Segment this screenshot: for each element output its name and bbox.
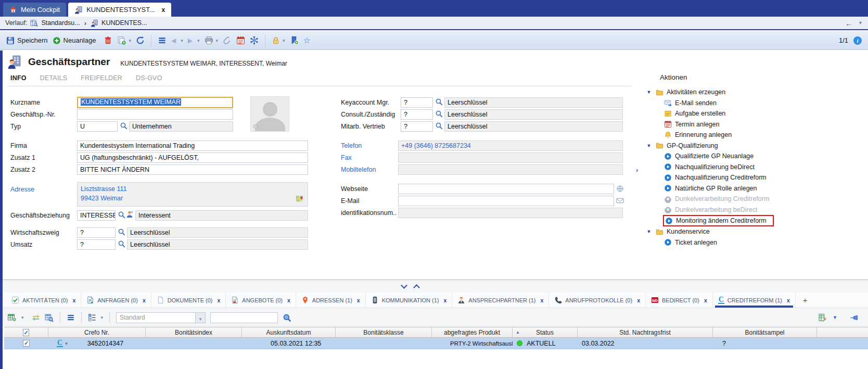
action-erinnerung-anlegen[interactable]: Erinnerung anlegen — [645, 130, 864, 141]
pin-panel-icon[interactable] — [850, 313, 859, 322]
action-email-senden[interactable]: E-Mail senden — [645, 98, 864, 109]
field-label-adresse[interactable]: Adresse — [10, 184, 34, 195]
action-folder-aktivitaeten[interactable]: ▼ Aktivitäten erzeugen — [645, 87, 864, 98]
keyaccount-code-input[interactable]: ? — [401, 97, 433, 108]
menu-icon[interactable] — [158, 36, 167, 45]
column-header-auskunftsdatum[interactable]: Auskunftsdatum — [242, 327, 336, 337]
menu-icon[interactable] — [67, 313, 75, 322]
action-aufgabe-erstellen[interactable]: Aufgabe erstellen — [645, 108, 864, 119]
lock-button[interactable]: ▾ — [272, 36, 285, 45]
zusatz1-input[interactable]: UG (haftungsbeschränkt) - AUFGELÖST, — [77, 152, 308, 163]
tree-collapse-icon[interactable]: ▼ — [645, 229, 653, 234]
favorite-star-icon[interactable]: ☆ — [303, 35, 311, 45]
bookmark-add-icon[interactable] — [290, 36, 299, 45]
tab-adressen[interactable]: ADRESSEN (1) x — [296, 292, 366, 308]
close-tab-icon[interactable]: x — [443, 297, 446, 303]
geschaeftsbeziehung-code-input[interactable]: INTERESSE — [77, 210, 116, 221]
select-all-header[interactable]: ✓ — [4, 327, 48, 337]
field-label-fax[interactable]: Fax — [341, 152, 352, 163]
close-tab-icon[interactable]: x — [287, 297, 290, 303]
action-qualifizierte-gp-neuanlage[interactable]: Qualifizierte GP Neuanlage — [645, 151, 864, 162]
action-folder-kundenservice[interactable]: ▼ Kundenservice — [645, 226, 864, 237]
expand-up-icon[interactable] — [413, 284, 420, 291]
checkbox-checked[interactable]: ✓ — [23, 340, 30, 347]
new-record-button[interactable]: Neuanlage — [53, 36, 96, 45]
close-tab-icon[interactable]: x — [541, 297, 544, 303]
view-select[interactable]: Standard ▾ — [116, 312, 206, 323]
lookup-icon[interactable] — [120, 122, 128, 130]
collapse-down-icon[interactable] — [401, 282, 407, 289]
close-tab-icon[interactable]: x — [162, 6, 165, 14]
chevron-down-icon[interactable]: ▾ — [101, 315, 104, 320]
delete-icon[interactable] — [104, 36, 112, 45]
table-row-selected[interactable]: ✓ C ▾ 3452014347 05.03.2021 12:35 PRTY-2… — [4, 338, 868, 349]
consult-code-input[interactable]: ? — [401, 109, 433, 120]
close-tab-icon[interactable]: x — [143, 297, 146, 303]
email-icon[interactable] — [616, 197, 624, 205]
close-tab-icon[interactable]: x — [637, 297, 640, 303]
close-tab-icon[interactable]: x — [72, 297, 75, 303]
close-tab-icon[interactable]: x — [704, 297, 707, 303]
wirtschaftszweig-code-input[interactable]: ? — [77, 227, 116, 238]
add-list-entry-icon[interactable] — [7, 313, 17, 322]
close-tab-icon[interactable]: x — [357, 297, 360, 303]
nav-previous-icon[interactable]: ◀ — [171, 37, 176, 44]
tab-angebote[interactable]: ANGEBOTE (0) x — [226, 292, 296, 308]
copy-button[interactable]: ▾ — [117, 36, 131, 45]
tab-ds-gvo[interactable]: DS-GVO — [136, 74, 162, 82]
close-tab-icon[interactable]: x — [218, 297, 221, 303]
tab-kommunikation[interactable]: KOMMUNIKATION (1) x — [366, 292, 453, 308]
view-mode-icon[interactable] — [88, 313, 96, 322]
lookup-icon[interactable] — [118, 211, 126, 219]
save-button[interactable]: Speichern — [6, 36, 48, 45]
list-search-input[interactable] — [210, 312, 278, 323]
column-header-bonitaetsklasse[interactable]: Bonitätsklasse — [336, 327, 432, 337]
combo-dropdown-button[interactable]: ▾ — [195, 313, 205, 323]
geschaeftsp-nr-input[interactable] — [77, 109, 233, 120]
row-select-cell[interactable]: ✓ — [4, 338, 48, 349]
mitarb-vertrieb-code-input[interactable]: ? — [401, 121, 433, 132]
column-header-abgefragtes-produkt[interactable]: abgefragtes Produkt — [432, 327, 513, 337]
chevron-down-icon[interactable]: ▾ — [181, 38, 183, 43]
field-label-mobiltelefon[interactable]: Mobiltelefon — [341, 164, 376, 175]
history-crumb-search[interactable]: Standardsu... — [41, 19, 80, 27]
chevron-down-icon[interactable]: ▼ — [858, 20, 863, 26]
tab-kundentestsystem[interactable]: KUNDENTESTSYST... x — [68, 3, 171, 17]
telefon-field[interactable]: +49 (3646) 8725687234 — [398, 141, 623, 151]
search-in-list-icon[interactable] — [45, 313, 54, 322]
webseite-input[interactable] — [398, 184, 614, 194]
search-icon[interactable] — [283, 313, 291, 322]
column-header-bonitaetsampel[interactable]: Bonitätsampel — [713, 327, 817, 337]
table-settings-icon[interactable] — [819, 313, 827, 322]
globe-icon[interactable] — [616, 185, 624, 193]
checkbox-checked[interactable]: ✓ — [23, 329, 29, 336]
action-ticket-anlegen[interactable]: Ticket anlegen — [645, 237, 864, 248]
action-natuerliche-gp-rolle[interactable]: Natürliche GP Rolle anlegen — [645, 183, 864, 194]
panel-expand-icon[interactable]: › — [636, 166, 638, 174]
tab-freifelder[interactable]: FREIFELDER — [81, 74, 122, 82]
transfer-icon[interactable] — [32, 313, 40, 322]
close-tab-icon[interactable]: x — [787, 297, 790, 303]
tab-anfragen[interactable]: ANFRAGEN (0) x — [81, 292, 151, 308]
calendar-icon[interactable] — [236, 36, 245, 45]
back-arrow-icon[interactable]: ← — [845, 19, 853, 28]
zusatz2-input[interactable]: BITTE NICHT ÄNDERN — [77, 164, 308, 175]
add-tab-icon[interactable]: + — [796, 296, 815, 304]
tab-details[interactable]: DETAILS — [40, 74, 68, 82]
field-label-telefon[interactable]: Telefon — [341, 141, 362, 151]
column-header-bonitaetsindex[interactable]: Bonitätsindex — [146, 327, 242, 337]
email-input[interactable] — [398, 196, 614, 206]
chevron-down-icon[interactable]: ▾ — [65, 338, 68, 349]
chevron-down-icon[interactable]: ▼ — [833, 315, 837, 320]
maps-icon[interactable] — [296, 195, 303, 202]
action-folder-gp-qualifizierung[interactable]: ▼ GP-Qualifizierung — [645, 141, 864, 151]
chevron-down-icon[interactable]: ▾ — [197, 38, 200, 43]
lookup-icon[interactable] — [435, 122, 443, 130]
tree-collapse-icon[interactable]: ▼ — [645, 143, 653, 148]
adresse-field[interactable]: Lisztstrasse 111 99423 Weimar — [77, 182, 308, 207]
nav-next-icon[interactable]: ▶ — [188, 37, 193, 44]
tab-info[interactable]: INFO — [10, 74, 27, 82]
tab-aktivitaeten[interactable]: AKTIVITÄTEN (0) x — [6, 292, 81, 308]
chevron-down-icon[interactable]: ▾ — [21, 315, 24, 320]
print-button[interactable]: ▾ — [205, 36, 219, 45]
